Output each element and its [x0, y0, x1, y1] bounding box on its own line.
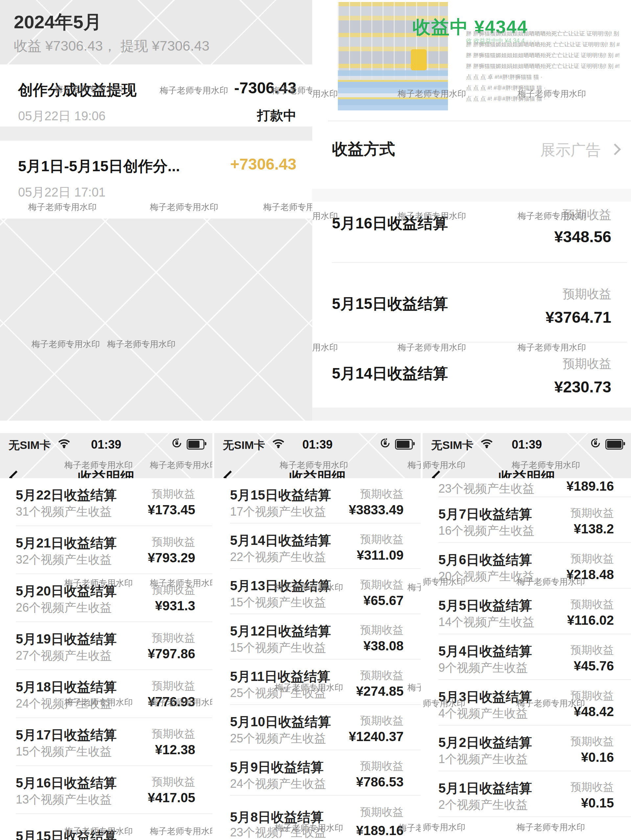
expected-label: 预期收益	[360, 714, 404, 728]
row-subtitle: 22个视频产生收益	[230, 549, 326, 565]
settlement-row[interactable]: 预期收益 5月15日收益结算 ¥3764.71	[312, 263, 631, 343]
phone-screenshot-3: 无SIM卡 01:39 收益明细 23个视频产生收益 ¥189.16 5月7日收…	[423, 421, 631, 840]
earnings-row[interactable]: 5月16日收益结算 13个视频产生收益 预期收益 ¥417.05	[0, 766, 212, 814]
transaction-title: 创作分成收益提现	[18, 80, 136, 100]
section-separator	[0, 126, 312, 141]
earnings-row[interactable]: 5月20日收益结算 26个视频产生收益 预期收益 ¥931.3	[0, 574, 212, 622]
row-title: 5月1日收益结算	[439, 779, 532, 797]
earnings-row[interactable]: 5月5日收益结算 14个视频产生收益 预期收益 ¥116.02	[423, 589, 631, 634]
row-title: 5月5日收益结算	[439, 597, 532, 614]
row-title: 5月17日收益结算	[16, 726, 117, 744]
row-title: 5月8日收益结算	[230, 808, 324, 826]
monthly-earnings-panel: 2024年5月 收益 ¥7306.43， 提现 ¥7306.43 创作分成收益提…	[0, 0, 312, 421]
transaction-date: 05月22日 19:06	[18, 108, 106, 125]
transaction-title: 5月1日-5月15日创作分...	[18, 156, 180, 176]
income-transaction-row[interactable]: 5月1日-5月15日创作分... +7306.43 05月22日 17:01 梅…	[0, 141, 312, 219]
earnings-row[interactable]: 5月4日收益结算 9个视频产生收益 预期收益 ¥45.76	[423, 634, 631, 680]
expected-amount: ¥797.86	[148, 646, 195, 661]
earnings-row-partial[interactable]: 23个视频产生收益 ¥189.16	[423, 478, 631, 497]
earnings-method-row[interactable]: 收益方式 展示广告	[312, 131, 631, 171]
earnings-row[interactable]: 5月15日收益结算 17个视频产生收益 预期收益 ¥3833.49	[214, 478, 421, 524]
divider	[328, 121, 631, 121]
row-subtitle: 16个视频产生收益	[439, 523, 535, 539]
expected-label: 预期收益	[571, 551, 614, 566]
glitch-line: 点 点 点 卓 #!#胖!胖狮猫猫 猫 ·	[466, 72, 620, 82]
rotation-lock-icon	[380, 438, 390, 450]
glitch-line: 点 点 点 #! #非#胖!胖狮猫猫 猫 ·	[466, 82, 620, 93]
earnings-row[interactable]: 5月12日收益结算 15个视频产生收益 预期收益 ¥38.08	[214, 614, 421, 660]
earnings-row[interactable]: 5月7日收益结算 16个视频产生收益 预期收益 ¥138.2	[423, 497, 631, 543]
row-subtitle: 24个视频产生收益	[230, 776, 326, 792]
bottom-gray-band	[312, 407, 631, 421]
row-subtitle: 27个视频产生收益	[16, 648, 112, 664]
glitched-table-artifact	[338, 2, 448, 79]
expected-amount: ¥776.93	[148, 695, 195, 709]
withdraw-transaction-row[interactable]: 创作分成收益提现 -7306.43 05月22日 19:06 打款中 梅子老师专…	[0, 65, 312, 126]
earnings-row[interactable]: 5月6日收益结算 20个视频产生收益 预期收益 ¥218.48	[423, 543, 631, 589]
earnings-row[interactable]: 5月18日收益结算 24个视频产生收益 预期收益 ¥776.93	[0, 670, 212, 718]
expected-amount: ¥786.53	[356, 775, 404, 789]
expected-label: 预期收益	[152, 487, 195, 502]
earnings-row[interactable]: 5月2日收益结算 1个视频产生收益 预期收益 ¥0.16	[423, 726, 631, 771]
earnings-row[interactable]: 5月11日收益结算 25个视频产生收益 预期收益 ¥274.85	[214, 660, 421, 705]
row-title: 5月12日收益结算	[230, 622, 331, 640]
row-subtitle: 13个视频产生收益	[16, 792, 112, 808]
row-subtitle: 26个视频产生收益	[16, 600, 112, 616]
expected-amount: ¥417.05	[148, 790, 195, 805]
empty-gray-area: 梅子老师专用水印 梅子老师专用水印	[0, 219, 312, 421]
earnings-row-partial[interactable]: 5月15日收益结算	[0, 814, 212, 840]
expected-label: 预期收益	[152, 679, 195, 693]
earnings-row[interactable]: 5月9日收益结算 24个视频产生收益 预期收益 ¥786.53	[214, 750, 421, 796]
watermark: 梅子老师专用水印	[28, 201, 96, 213]
expected-label: 预期收益	[360, 668, 404, 683]
earnings-row[interactable]: 5月21日收益结算 32个视频产生收益 预期收益 ¥793.29	[0, 526, 212, 574]
row-title: 5月14日收益结算	[230, 531, 331, 549]
battery-icon	[395, 439, 413, 450]
expected-amount: ¥45.76	[574, 658, 614, 673]
expected-amount: ¥0.15	[581, 796, 614, 810]
earnings-row[interactable]: 5月13日收益结算 15个视频产生收益 预期收益 ¥65.67	[214, 569, 421, 614]
expected-amount: ¥189.16	[356, 823, 404, 838]
transaction-status: 打款中	[257, 106, 297, 125]
battery-icon	[187, 439, 204, 450]
expected-label: 预期收益	[563, 355, 611, 372]
watermark: 梅子老师专用水印	[160, 85, 228, 96]
earnings-row[interactable]: 5月10日收益结算 25个视频产生收益 预期收益 ¥1240.37	[214, 705, 421, 750]
row-subtitle: 31个视频产生收益	[16, 504, 112, 520]
settlement-amount: ¥3764.71	[546, 308, 611, 326]
settlement-row[interactable]: 预期收益 5月14日收益结算 ¥230.73	[312, 343, 631, 407]
expected-label: 预期收益	[571, 506, 614, 521]
earnings-row[interactable]: 5月22日收益结算 31个视频产生收益 预期收益 ¥173.45	[0, 478, 212, 526]
expected-amount: ¥793.29	[148, 551, 195, 565]
earnings-row[interactable]: 5月1日收益结算 2个视频产生收益 预期收益 ¥0.15	[423, 771, 631, 817]
earnings-row-partial[interactable]: 5月8日收益结算 预期收益 23个视频产生收益 ¥189.16	[214, 796, 421, 840]
expected-label: 预期收益	[571, 780, 614, 795]
glitch-text-lines: 胖 胖狮猫猫媚姐姐姐姐姐晒晒晒殆死亡亡让让证 证明明!别! 别 #! #热#热 …	[466, 28, 620, 111]
row-subtitle: 20个视频产生收益	[439, 568, 535, 585]
settlement-row[interactable]: 预期收益 5月16日收益结算 ¥348.56	[312, 201, 631, 263]
row-title: 5月6日收益结算	[439, 551, 532, 569]
earnings-list: 5月15日收益结算 17个视频产生收益 预期收益 ¥3833.49 5月14日收…	[214, 478, 421, 840]
earnings-list: 23个视频产生收益 ¥189.16 5月7日收益结算 16个视频产生收益 预期收…	[423, 478, 631, 817]
battery-icon	[605, 439, 623, 450]
glitch-line: 胖 胖狮猫猫媚姐姐姐姐姐晒晒晒殆死亡亡让让证 证明明!别! 别 #! #热#热 …	[466, 28, 620, 39]
expected-amount: ¥38.08	[363, 639, 404, 653]
row-title: 5月19日收益结算	[16, 630, 117, 648]
row-subtitle: 24个视频产生收益	[16, 696, 112, 712]
expected-amount: ¥0.16	[581, 750, 614, 765]
earnings-row[interactable]: 5月17日收益结算 15个视频产生收益 预期收益 ¥12.38	[0, 718, 212, 766]
month-summary: 收益 ¥7306.43， 提现 ¥7306.43	[14, 37, 209, 55]
watermark-cut: 师专用水印	[423, 822, 465, 833]
earnings-row[interactable]: 5月19日收益结算 27个视频产生收益 预期收益 ¥797.86	[0, 622, 212, 670]
earnings-rows: 5月7日收益结算 16个视频产生收益 预期收益 ¥138.2 5月6日收益结算 …	[423, 497, 631, 817]
screenshot-collage: 2024年5月 收益 ¥7306.43， 提现 ¥7306.43 创作分成收益提…	[0, 0, 631, 840]
earnings-row[interactable]: 5月14日收益结算 22个视频产生收益 预期收益 ¥311.09	[214, 524, 421, 569]
expected-amount: ¥3833.49	[349, 502, 404, 517]
expected-label: 预期收益	[360, 487, 404, 502]
glitch-line: 胖 胖狮猫猫媚姐姐姐姐晒晒晒殆死亡亡让让证 证明明!别! 别 #! #热#热 热	[466, 50, 620, 61]
watermark: 梅子老师专用水印	[107, 338, 175, 350]
row-subtitle: 4个视频产生收益	[439, 706, 528, 722]
earnings-row[interactable]: 5月3日收益结算 4个视频产生收益 预期收益 ¥48.42	[423, 680, 631, 726]
rotation-lock-icon	[172, 438, 182, 450]
expected-label: 预期收益	[152, 631, 195, 646]
